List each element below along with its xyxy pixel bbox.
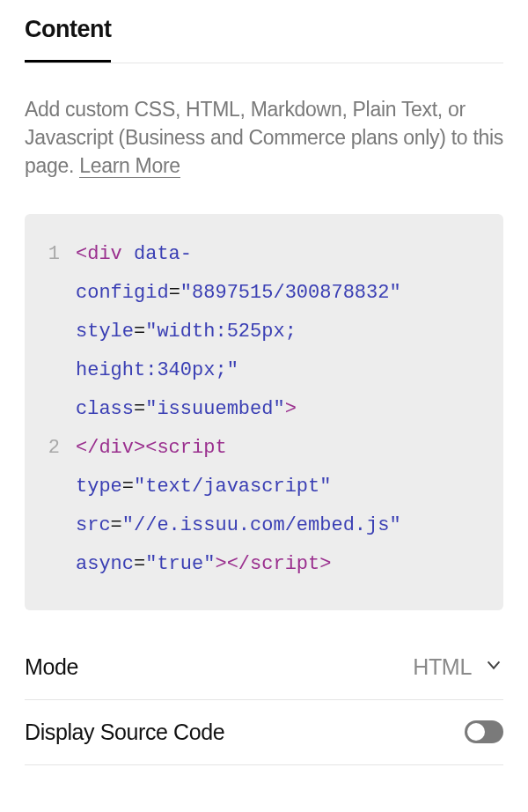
code-line-1: <div data-: [76, 235, 491, 274]
display-source-label: Display Source Code: [25, 720, 224, 745]
code-line-2d: async="true"></script>: [76, 545, 491, 584]
line-number: 2: [37, 429, 76, 468]
code-line-2c: src="//e.issuu.com/embed.js": [76, 506, 491, 545]
code-line-1b: configid="8897515/300878832": [76, 274, 491, 313]
mode-select[interactable]: HTML: [413, 654, 503, 680]
tab-content[interactable]: Content: [25, 16, 111, 63]
code-line-2b: type="text/javascript": [76, 468, 491, 506]
code-editor[interactable]: 1 <div data- configid="8897515/300878832…: [25, 214, 503, 610]
toggle-knob: [467, 723, 485, 741]
display-source-toggle[interactable]: [465, 720, 503, 743]
code-line-2: </div><script: [76, 429, 491, 468]
tabs: Content: [25, 16, 503, 63]
learn-more-link[interactable]: Learn More: [79, 154, 180, 178]
mode-value: HTML: [413, 654, 472, 680]
code-line-1c: style="width:525px;: [76, 313, 491, 351]
code-line-1e: class="issuuembed">: [76, 390, 491, 429]
code-line-1d: height:340px;": [76, 351, 491, 390]
chevron-down-icon: [484, 655, 503, 678]
mode-label: Mode: [25, 654, 78, 680]
line-number: 1: [37, 235, 76, 274]
description-text: Add custom CSS, HTML, Markdown, Plain Te…: [25, 95, 503, 181]
